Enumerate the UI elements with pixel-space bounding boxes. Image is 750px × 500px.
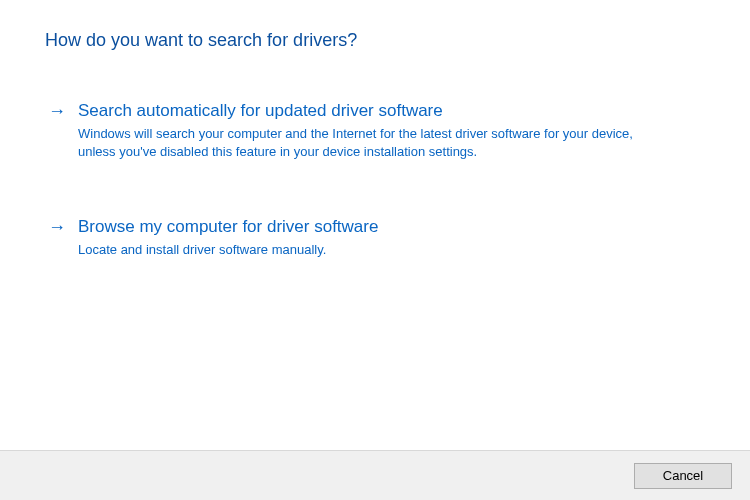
option-title-browse: Browse my computer for driver software — [78, 215, 705, 239]
cancel-button[interactable]: Cancel — [634, 463, 732, 489]
option-desc-auto: Windows will search your computer and th… — [78, 125, 638, 161]
dialog-title: How do you want to search for drivers? — [45, 30, 705, 51]
option-body: Browse my computer for driver software L… — [78, 215, 705, 259]
option-body: Search automatically for updated driver … — [78, 99, 705, 161]
option-title-auto: Search automatically for updated driver … — [78, 99, 705, 123]
option-desc-browse: Locate and install driver software manua… — [78, 241, 638, 259]
option-browse-computer[interactable]: → Browse my computer for driver software… — [45, 215, 705, 259]
arrow-right-icon: → — [48, 215, 66, 239]
option-search-auto[interactable]: → Search automatically for updated drive… — [45, 99, 705, 161]
arrow-right-icon: → — [48, 99, 66, 123]
dialog-footer: Cancel — [0, 450, 750, 500]
